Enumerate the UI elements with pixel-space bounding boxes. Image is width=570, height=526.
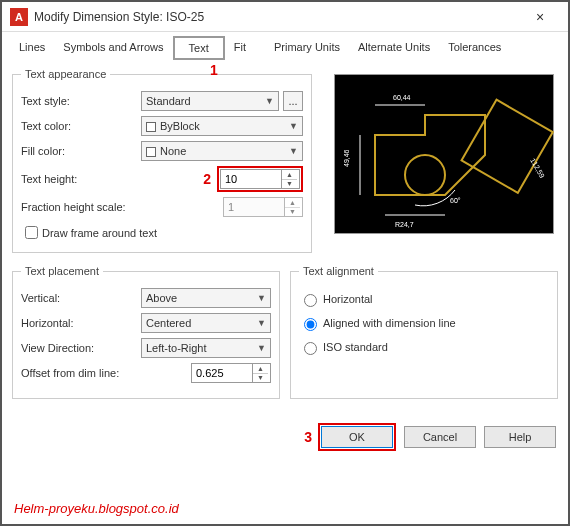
spinner-offset[interactable]: ▲▼ bbox=[191, 363, 271, 383]
input-text-height[interactable] bbox=[221, 170, 281, 188]
label-text-height: Text height: bbox=[21, 173, 141, 185]
chevron-down-icon: ▼ bbox=[257, 318, 266, 328]
radio-horizontal[interactable] bbox=[304, 294, 317, 307]
combo-horizontal-value: Centered bbox=[146, 317, 191, 329]
radio-aligned[interactable] bbox=[304, 318, 317, 331]
chevron-down-icon: ▼ bbox=[257, 343, 266, 353]
svg-text:R24,7: R24,7 bbox=[395, 221, 414, 228]
chevron-down-icon: ▼ bbox=[265, 96, 274, 106]
checkbox-draw-frame[interactable] bbox=[25, 226, 38, 239]
combo-viewdir-value: Left-to-Right bbox=[146, 342, 207, 354]
label-fraction-scale: Fraction height scale: bbox=[21, 201, 171, 213]
spinner-up-icon[interactable]: ▲ bbox=[253, 364, 268, 374]
tab-lines[interactable]: Lines bbox=[10, 36, 54, 60]
cancel-button[interactable]: Cancel bbox=[404, 426, 476, 448]
combo-vertical[interactable]: Above ▼ bbox=[141, 288, 271, 308]
tab-text[interactable]: Text bbox=[173, 36, 225, 60]
combo-vertical-value: Above bbox=[146, 292, 177, 304]
svg-point-0 bbox=[405, 155, 445, 195]
combo-text-style[interactable]: Standard ▼ bbox=[141, 91, 279, 111]
spinner-up-icon[interactable]: ▲ bbox=[282, 170, 297, 180]
close-button[interactable]: × bbox=[520, 3, 560, 31]
tab-fit[interactable]: Fit bbox=[225, 36, 255, 60]
combo-text-color-value: ByBlock bbox=[146, 120, 200, 132]
window-title: Modify Dimension Style: ISO-25 bbox=[34, 10, 520, 24]
spinner-down-icon[interactable]: ▼ bbox=[253, 374, 268, 383]
label-horizontal: Horizontal: bbox=[21, 317, 141, 329]
label-fill-color: Fill color: bbox=[21, 145, 141, 157]
ok-button[interactable]: OK bbox=[321, 426, 393, 448]
combo-horizontal[interactable]: Centered ▼ bbox=[141, 313, 271, 333]
chevron-down-icon: ▼ bbox=[289, 121, 298, 131]
tab-symbols[interactable]: Symbols and Arrows bbox=[54, 36, 172, 60]
group-text-appearance: Text appearance Text style: Standard ▼ .… bbox=[12, 68, 312, 253]
browse-text-style-button[interactable]: ... bbox=[283, 91, 303, 111]
legend-placement: Text placement bbox=[21, 265, 103, 277]
label-vertical: Vertical: bbox=[21, 292, 141, 304]
svg-text:60°: 60° bbox=[450, 197, 461, 204]
combo-text-style-value: Standard bbox=[146, 95, 191, 107]
annotation-3: 3 bbox=[304, 429, 312, 445]
chevron-down-icon: ▼ bbox=[289, 146, 298, 156]
label-draw-frame: Draw frame around text bbox=[42, 227, 157, 239]
titlebar: A Modify Dimension Style: ISO-25 × bbox=[2, 2, 568, 32]
spinner-down-icon[interactable]: ▼ bbox=[282, 180, 297, 189]
svg-text:60,44: 60,44 bbox=[393, 94, 411, 101]
tab-strip: Lines Symbols and Arrows Text Fit Primar… bbox=[2, 32, 568, 60]
input-offset[interactable] bbox=[192, 364, 252, 382]
combo-text-color[interactable]: ByBlock ▼ bbox=[141, 116, 303, 136]
annotation-1: 1 bbox=[210, 62, 218, 78]
label-radio-aligned: Aligned with dimension line bbox=[323, 317, 456, 329]
button-bar: 3 OK Cancel Help bbox=[2, 417, 568, 457]
group-text-alignment: Text alignment Horizontal Aligned with d… bbox=[290, 265, 558, 399]
help-button[interactable]: Help bbox=[484, 426, 556, 448]
spinner-fraction-scale: ▲▼ bbox=[223, 197, 303, 217]
tab-tolerances[interactable]: Tolerances bbox=[439, 36, 510, 60]
combo-view-direction[interactable]: Left-to-Right ▼ bbox=[141, 338, 271, 358]
label-text-style: Text style: bbox=[21, 95, 141, 107]
annotation-2: 2 bbox=[203, 171, 211, 187]
label-radio-iso: ISO standard bbox=[323, 341, 388, 353]
tab-primary-units[interactable]: Primary Units bbox=[265, 36, 349, 60]
radio-iso[interactable] bbox=[304, 342, 317, 355]
label-text-color: Text color: bbox=[21, 120, 141, 132]
svg-rect-1 bbox=[462, 100, 553, 193]
svg-text:49,46: 49,46 bbox=[343, 149, 350, 167]
spinner-up-icon: ▲ bbox=[285, 198, 300, 208]
app-icon: A bbox=[10, 8, 28, 26]
legend-alignment: Text alignment bbox=[299, 265, 378, 277]
watermark: Helm-proyeku.blogspot.co.id bbox=[14, 501, 179, 516]
legend-appearance: Text appearance bbox=[21, 68, 110, 80]
tab-alternate-units[interactable]: Alternate Units bbox=[349, 36, 439, 60]
label-radio-horizontal: Horizontal bbox=[323, 293, 373, 305]
spinner-text-height[interactable]: ▲▼ bbox=[220, 169, 300, 189]
preview-pane: 60,44 49,46 112,59 60° R24,7 bbox=[334, 74, 554, 234]
spinner-down-icon: ▼ bbox=[285, 208, 300, 217]
group-text-placement: Text placement Vertical: Above ▼ Horizon… bbox=[12, 265, 280, 399]
label-offset: Offset from dim line: bbox=[21, 367, 161, 379]
combo-fill-color-value: None bbox=[146, 145, 186, 157]
label-view-direction: View Direction: bbox=[21, 342, 141, 354]
chevron-down-icon: ▼ bbox=[257, 293, 266, 303]
combo-fill-color[interactable]: None ▼ bbox=[141, 141, 303, 161]
input-fraction-scale bbox=[224, 198, 284, 216]
